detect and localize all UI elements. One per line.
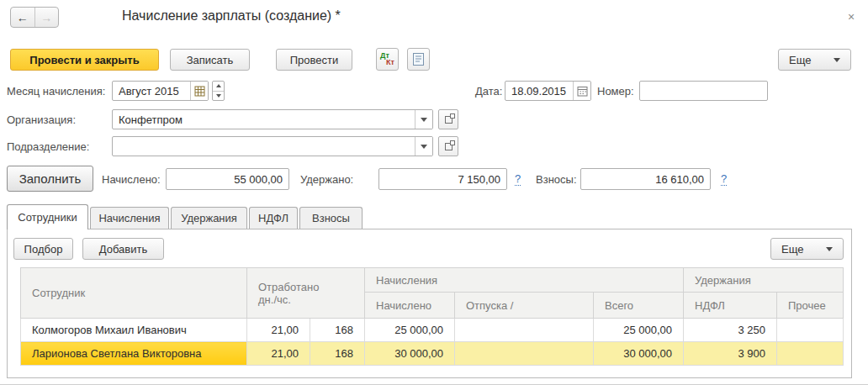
post-button[interactable]: Провести — [276, 49, 352, 71]
history-nav: ← → — [10, 7, 59, 28]
col-employee[interactable]: Сотрудник — [21, 268, 247, 319]
month-input[interactable] — [113, 82, 190, 100]
col-ndfl[interactable]: НДФЛ — [684, 293, 777, 319]
number-field — [639, 81, 768, 101]
withheld-help-link[interactable]: ? — [515, 172, 521, 186]
cell-accrued[interactable]: 25 000,00 — [365, 319, 455, 342]
col-worked[interactable]: Отработано дн./чс. — [247, 268, 365, 319]
cell-days[interactable]: 21,00 — [247, 319, 310, 342]
table-row-selected[interactable]: Ларионова Светлана Викторовна 21,00 168 … — [21, 342, 844, 366]
forward-button[interactable]: → — [34, 8, 59, 27]
chevron-down-icon — [421, 145, 427, 149]
cell-employee[interactable]: Ларионова Светлана Викторовна — [21, 342, 247, 366]
col-accrued[interactable]: Начислено — [365, 293, 455, 319]
department-dropdown-button[interactable] — [415, 137, 432, 156]
cell-other[interactable] — [777, 319, 844, 342]
cell-employee[interactable]: Колмогоров Михаил Иванович — [21, 319, 247, 342]
cell-ndfl[interactable]: 3 900 — [684, 342, 777, 366]
month-picker-button[interactable] — [190, 82, 208, 100]
cell-total[interactable]: 25 000,00 — [594, 319, 684, 342]
department-open-button[interactable] — [438, 136, 458, 156]
col-other[interactable]: Прочее — [777, 293, 844, 319]
number-label: Номер: — [597, 85, 634, 98]
col-group-deductions[interactable]: Удержания — [684, 268, 844, 293]
cell-vacation[interactable] — [455, 342, 594, 366]
date-field — [505, 81, 591, 101]
post-and-close-button[interactable]: Провести и закрыть — [10, 49, 159, 71]
col-total[interactable]: Всего — [594, 293, 684, 319]
open-link-icon — [445, 143, 453, 150]
department-input[interactable] — [113, 137, 415, 156]
cell-ndfl[interactable]: 3 250 — [684, 319, 777, 342]
number-input[interactable] — [640, 82, 767, 100]
employees-table: Сотрудник Отработано дн./чс. Начисления … — [20, 267, 844, 366]
withheld-field — [378, 168, 507, 190]
date-picker-button[interactable] — [573, 82, 590, 100]
back-icon: ← — [17, 11, 29, 24]
organization-field — [112, 109, 433, 129]
stepper-down-button[interactable] — [213, 92, 224, 101]
more-label: Еще — [781, 243, 803, 256]
cell-accrued[interactable]: 30 000,00 — [365, 342, 455, 366]
more-label: Еще — [789, 54, 811, 66]
arrow-up-icon — [216, 84, 221, 87]
more-button-grid[interactable]: Еще — [770, 238, 844, 260]
contributions-label: Взносы: — [536, 173, 577, 186]
col-group-accruals[interactable]: Начисления — [365, 268, 684, 293]
tab-deductions[interactable]: Удержания — [171, 207, 247, 229]
chevron-down-icon — [826, 247, 833, 251]
organization-open-button[interactable] — [438, 109, 458, 129]
month-label: Месяц начисления: — [7, 85, 105, 98]
contributions-input[interactable] — [581, 169, 710, 189]
contributions-field — [580, 168, 711, 190]
back-button[interactable]: ← — [11, 8, 34, 27]
fill-button[interactable]: Заполнить — [7, 166, 93, 192]
save-button[interactable]: Записать — [170, 49, 250, 71]
worked-line1: Отработано — [258, 281, 359, 293]
arrow-down-icon — [216, 94, 221, 98]
date-input[interactable] — [505, 82, 573, 100]
col-vacation[interactable]: Отпуска / — [455, 293, 594, 319]
cell-days[interactable]: 21,00 — [247, 342, 310, 366]
department-label: Подразделение: — [7, 140, 89, 153]
stepper-up-button[interactable] — [213, 82, 224, 92]
cell-hours[interactable]: 168 — [310, 342, 365, 366]
table-row[interactable]: Колмогоров Михаил Иванович 21,00 168 25 … — [21, 319, 844, 342]
month-stepper — [212, 81, 225, 101]
pick-button[interactable]: Подбор — [13, 238, 73, 260]
accrued-input[interactable] — [167, 169, 288, 189]
page-title: Начисление зарплаты (создание) * — [122, 8, 341, 24]
document-report-button[interactable] — [407, 48, 430, 71]
month-field — [112, 81, 209, 101]
contributions-help-link[interactable]: ? — [721, 172, 727, 186]
tab-contributions[interactable]: Взносы — [299, 207, 363, 229]
organization-dropdown-button[interactable] — [415, 110, 432, 129]
open-link-icon — [445, 116, 453, 124]
more-button-top[interactable]: Еще — [778, 49, 851, 71]
tab-accruals[interactable]: Начисления — [90, 207, 169, 229]
cell-total[interactable]: 30 000,00 — [594, 342, 684, 366]
cell-other[interactable] — [777, 342, 844, 366]
accrued-label: Начислено: — [102, 173, 161, 186]
chevron-down-icon — [834, 58, 840, 62]
add-button[interactable]: Добавить — [82, 238, 164, 260]
credit-icon: Кт — [386, 59, 394, 66]
worked-line2: дн./чс. — [258, 293, 359, 306]
accrued-field — [166, 168, 289, 190]
organization-label: Организация: — [7, 113, 76, 126]
close-icon[interactable]: × — [844, 9, 859, 24]
withheld-label: Удержано: — [300, 173, 353, 186]
calendar-icon — [577, 86, 588, 97]
tab-employees[interactable]: Сотрудники — [7, 204, 88, 229]
forward-icon: → — [40, 11, 52, 24]
organization-input[interactable] — [113, 110, 415, 129]
cell-vacation[interactable] — [455, 319, 594, 342]
withheld-input[interactable] — [379, 169, 506, 189]
debit-credit-button[interactable]: Дт Кт — [376, 48, 399, 71]
document-icon — [412, 52, 425, 66]
department-field — [112, 136, 433, 156]
cell-hours[interactable]: 168 — [310, 319, 365, 342]
calendar-grid-icon — [194, 86, 205, 97]
employees-panel: Подбор Добавить Еще Сотрудник Отработано… — [7, 229, 852, 378]
tab-ndfl[interactable]: НДФЛ — [249, 207, 298, 229]
